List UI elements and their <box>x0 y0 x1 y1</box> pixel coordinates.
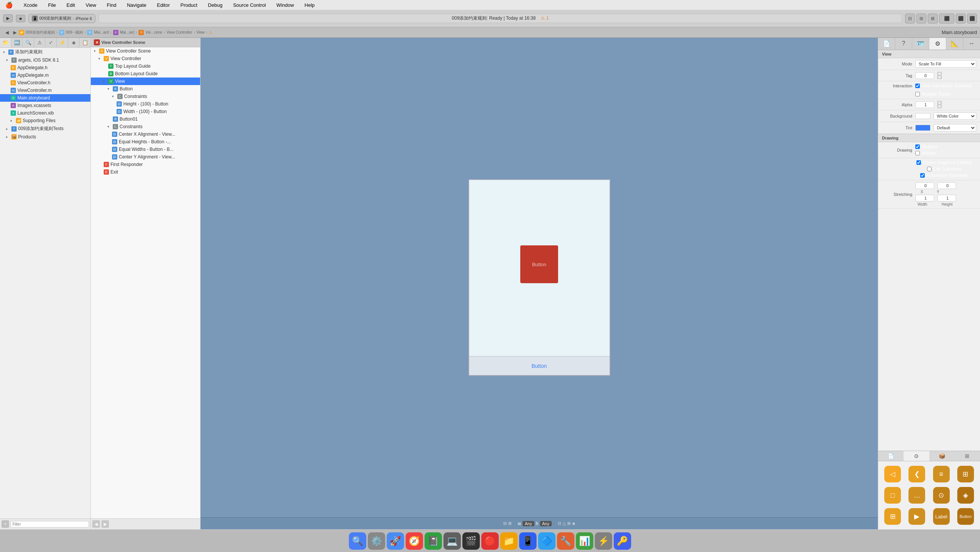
menu-view[interactable]: View <box>83 2 99 9</box>
apple-menu[interactable]: 🍎 <box>3 1 15 10</box>
hidden-checkbox[interactable] <box>915 151 920 155</box>
sidebar-tab-reports[interactable]: 📋 <box>80 38 91 47</box>
sidebar-tab-tests[interactable]: ✓ <box>45 38 57 47</box>
tint-select[interactable]: Default <box>934 124 976 132</box>
menu-debug[interactable]: Debug <box>206 2 225 9</box>
bc-scene[interactable]: Mai...se) <box>120 30 134 35</box>
outline-item-button01[interactable]: B Button01 <box>91 115 200 123</box>
mode-select[interactable]: Scale To Fill <box>915 60 976 68</box>
sidebar-tab-symbol[interactable]: 🔤 <box>11 38 23 47</box>
sidebar-item-appdelegate-h[interactable]: h AppDelegate.h <box>0 64 91 71</box>
obj-lib-tab-objects[interactable]: ⊙ <box>904 451 929 461</box>
sidebar-item-appdelegate-m[interactable]: m AppDelegate.m <box>0 71 91 79</box>
stretching-w-input[interactable] <box>915 195 934 201</box>
tint-color-swatch[interactable] <box>915 125 931 131</box>
outline-nav-right[interactable]: ▶ <box>102 520 109 528</box>
obj-lib-tab-media[interactable]: 📦 <box>929 451 955 461</box>
menu-file[interactable]: File <box>46 2 58 9</box>
sidebar-item-vc-m[interactable]: m ViewController.m <box>0 87 91 94</box>
dock-prefs[interactable]: ⚙️ <box>368 532 385 550</box>
sidebar-item-vc-h[interactable]: h ViewController.h <box>0 79 91 87</box>
obj-item-nav-controller[interactable]: ◁ <box>881 464 904 484</box>
menu-source-control[interactable]: Source Control <box>231 2 268 9</box>
outline-item-view-constraints[interactable]: ▾ C Constraints <box>91 123 200 130</box>
debug-toggle[interactable]: ⬛ <box>956 14 966 24</box>
sidebar-tab-project[interactable]: 📁 <box>0 38 11 47</box>
run-button[interactable]: ▶ <box>3 14 13 22</box>
dock-launchpad[interactable]: 🚀 <box>387 532 404 550</box>
right-tab-connections[interactable]: ↔ <box>963 38 980 49</box>
sidebar-add-btn[interactable]: + <box>2 520 9 528</box>
sidebar-item-launch[interactable]: X LaunchScreen.xib <box>0 109 91 117</box>
outline-item-view[interactable]: ▾ V View <box>91 78 200 85</box>
dock-onenote[interactable]: 📓 <box>425 532 442 550</box>
alpha-dec-btn[interactable]: ▼ <box>937 105 942 108</box>
outline-item-vc[interactable]: ▾ V View Controller <box>91 55 200 62</box>
dock-app4[interactable]: 📊 <box>576 532 593 550</box>
outline-nav-left[interactable]: ◀ <box>92 520 100 528</box>
menu-window[interactable]: Window <box>274 2 296 9</box>
sidebar-tab-breakpoints[interactable]: ◈ <box>68 38 80 47</box>
obj-item-label[interactable]: Label <box>930 507 953 526</box>
dock-pp[interactable]: 🔴 <box>481 532 499 550</box>
sidebar-item-targets[interactable]: ▾ T argets, iOS SDK 8.1 <box>0 56 91 64</box>
obj-item-collection-controller[interactable]: ⊙ <box>930 485 953 505</box>
sidebar-item-project[interactable]: ▾ P 添加约束规则 <box>0 48 91 56</box>
sidebar-item-main-storyboard[interactable]: S Main.storyboard <box>0 94 91 102</box>
stretching-x-input[interactable] <box>915 182 934 189</box>
outline-item-exit[interactable]: E Exit <box>91 168 200 176</box>
canvas-inner[interactable]: Button Button <box>200 38 878 517</box>
sidebar-item-tests[interactable]: ▸ T 009添加约束规则Tests <box>0 124 91 133</box>
editor-version-btn[interactable]: ⊠ <box>928 14 938 24</box>
canvas-zoom-fit-btn[interactable]: ⊞ <box>508 521 512 526</box>
stretching-h-input[interactable] <box>937 195 956 201</box>
stretching-y-input[interactable] <box>937 182 956 189</box>
dock-filezilla[interactable]: 📁 <box>500 532 518 550</box>
tag-decrement-btn[interactable]: ▼ <box>937 76 942 79</box>
outline-item-eq-widths[interactable]: ⊟ Equal Widths - Button - B... <box>91 146 200 153</box>
dock-app3[interactable]: 🔧 <box>557 532 574 550</box>
menu-xcode[interactable]: Xcode <box>21 2 40 9</box>
obj-lib-tab-file[interactable]: 📄 <box>878 451 904 461</box>
canvas-constraints-btn[interactable]: ⊡ <box>558 521 561 526</box>
canvas-resolve-btn[interactable]: ◈ <box>572 521 575 526</box>
obj-item-table-controller[interactable]: ≡ <box>930 464 953 484</box>
editor-assistant-btn[interactable]: ⊞ <box>916 14 926 24</box>
obj-item-page-controller[interactable]: … <box>905 485 928 505</box>
menu-product[interactable]: Product <box>178 2 200 9</box>
clears-graphics-checkbox[interactable] <box>916 160 921 165</box>
obj-item-button[interactable]: Button <box>954 507 977 526</box>
outline-item-height-constraint[interactable]: ⊟ Height - (100) - Button <box>91 100 200 108</box>
outline-item-top-layout[interactable]: T Top Layout Guide <box>91 62 200 70</box>
dock-app5[interactable]: ⚡ <box>595 532 612 550</box>
menu-navigate[interactable]: Navigate <box>124 2 148 9</box>
right-tab-file[interactable]: 📄 <box>878 38 895 49</box>
tag-increment-btn[interactable]: ▲ <box>937 72 942 75</box>
obj-item-tab-controller[interactable]: ❮ <box>905 464 928 484</box>
navigator-toggle[interactable]: ⬛ <box>939 14 954 24</box>
dock-app1[interactable]: 📱 <box>519 532 536 550</box>
dock-finder[interactable]: 🔍 <box>349 532 366 550</box>
autoresize-checkbox[interactable] <box>920 173 925 178</box>
alpha-input[interactable] <box>915 102 934 108</box>
outline-item-first-responder[interactable]: F First Responder <box>91 161 200 168</box>
user-interaction-checkbox[interactable] <box>915 84 920 88</box>
canvas-auto-layout-btn[interactable]: △ <box>563 521 566 526</box>
bc-view[interactable]: View <box>196 30 205 35</box>
outline-item-constraints[interactable]: ▾ C Constraints <box>91 93 200 100</box>
red-button-element[interactable]: Button <box>520 245 558 283</box>
editor-standard-btn[interactable]: ⊟ <box>905 14 915 24</box>
right-tab-size[interactable]: 📐 <box>946 38 963 49</box>
bc-project[interactable]: 009添加约束规则 <box>26 30 55 35</box>
sidebar-item-supporting[interactable]: ▸ 📁 Supporting Files <box>0 117 91 124</box>
sidebar-item-images[interactable]: A Images.xcassets <box>0 102 91 109</box>
dock-app2[interactable]: 🔷 <box>538 532 555 550</box>
bc-vc2[interactable]: View Controller <box>167 30 192 35</box>
obj-item-view-controller[interactable]: □ <box>881 485 904 505</box>
outline-item-cy-align[interactable]: ⊟ Center Y Alignment - View... <box>91 153 200 161</box>
sidebar-tab-debug[interactable]: ⚡ <box>57 38 68 47</box>
menu-find[interactable]: Find <box>105 2 118 9</box>
stop-button[interactable]: ■ <box>16 15 25 22</box>
obj-item-play[interactable]: ▶ <box>905 507 928 526</box>
menu-edit[interactable]: Edit <box>64 2 77 9</box>
